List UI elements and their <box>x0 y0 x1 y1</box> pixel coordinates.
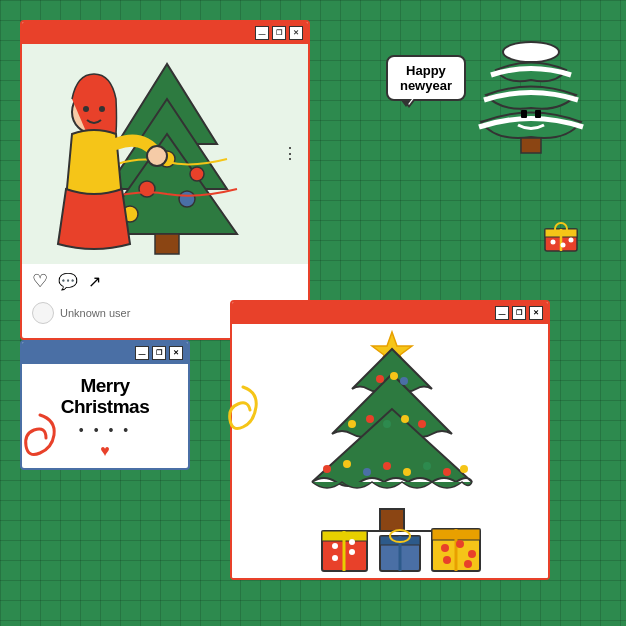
svg-point-24 <box>400 377 408 385</box>
speech-bubble: Happy newyear <box>386 55 466 101</box>
svg-point-23 <box>390 372 398 380</box>
close-btn-1[interactable]: ✕ <box>289 26 303 40</box>
close-btn-2[interactable]: ✕ <box>169 346 183 360</box>
svg-point-63 <box>569 238 574 243</box>
svg-point-28 <box>401 415 409 423</box>
svg-point-32 <box>363 468 371 476</box>
svg-point-27 <box>383 420 391 428</box>
svg-point-54 <box>468 550 476 558</box>
share-icon[interactable]: ↗ <box>88 272 101 291</box>
minimize-btn-3[interactable]: — <box>495 306 509 320</box>
social-bar: ♡ 💬 ↗ <box>22 264 308 298</box>
svg-point-41 <box>332 543 338 549</box>
svg-point-44 <box>349 539 355 545</box>
svg-point-43 <box>332 555 338 561</box>
svg-point-25 <box>348 420 356 428</box>
svg-point-33 <box>383 462 391 470</box>
svg-point-55 <box>443 556 451 564</box>
svg-point-15 <box>147 146 167 166</box>
floating-gift <box>541 215 581 259</box>
svg-point-52 <box>441 544 449 552</box>
svg-point-10 <box>139 181 155 197</box>
tree-content <box>232 324 548 578</box>
svg-rect-1 <box>521 138 541 153</box>
svg-rect-20 <box>380 509 404 531</box>
svg-point-13 <box>190 167 204 181</box>
svg-point-42 <box>349 549 355 555</box>
snowy-tree-character <box>466 30 586 190</box>
red-ribbon <box>18 410 63 464</box>
comment-icon[interactable]: 💬 <box>58 272 78 291</box>
close-btn-3[interactable]: ✕ <box>529 306 543 320</box>
maximize-btn-3[interactable]: ❐ <box>512 306 526 320</box>
svg-point-56 <box>464 560 472 568</box>
minimize-btn-2[interactable]: — <box>135 346 149 360</box>
svg-point-62 <box>561 243 566 248</box>
svg-point-16 <box>83 106 89 112</box>
svg-point-17 <box>99 106 105 112</box>
svg-point-26 <box>366 415 374 423</box>
instagram-image: ⋮ <box>22 44 308 264</box>
three-dots[interactable]: ⋮ <box>282 146 298 162</box>
speech-bubble-text: Happy newyear <box>400 63 452 93</box>
svg-point-29 <box>418 420 426 428</box>
svg-rect-3 <box>535 110 541 118</box>
svg-point-36 <box>443 468 451 476</box>
heart-icon[interactable]: ♡ <box>32 270 48 292</box>
svg-point-11 <box>179 191 195 207</box>
svg-point-34 <box>403 468 411 476</box>
christmas-tree-window: — ❐ ✕ <box>230 300 550 580</box>
svg-point-61 <box>551 240 556 245</box>
instagram-titlebar: — ❐ ✕ <box>22 22 308 44</box>
tree-titlebar: — ❐ ✕ <box>232 302 548 324</box>
maximize-btn-1[interactable]: ❐ <box>272 26 286 40</box>
instagram-window: — ❐ ✕ <box>20 20 310 340</box>
avatar <box>32 302 54 324</box>
minimize-btn-1[interactable]: — <box>255 26 269 40</box>
svg-point-22 <box>376 375 384 383</box>
svg-point-37 <box>460 465 468 473</box>
username: Unknown user <box>60 307 130 319</box>
merry-titlebar: — ❐ ✕ <box>22 342 188 364</box>
svg-rect-8 <box>155 234 179 254</box>
svg-point-53 <box>456 540 464 548</box>
svg-point-31 <box>343 460 351 468</box>
svg-point-0 <box>503 42 559 62</box>
svg-point-35 <box>423 462 431 470</box>
svg-point-30 <box>323 465 331 473</box>
yellow-ribbon <box>218 382 268 441</box>
maximize-btn-2[interactable]: ❐ <box>152 346 166 360</box>
svg-rect-2 <box>521 110 527 118</box>
